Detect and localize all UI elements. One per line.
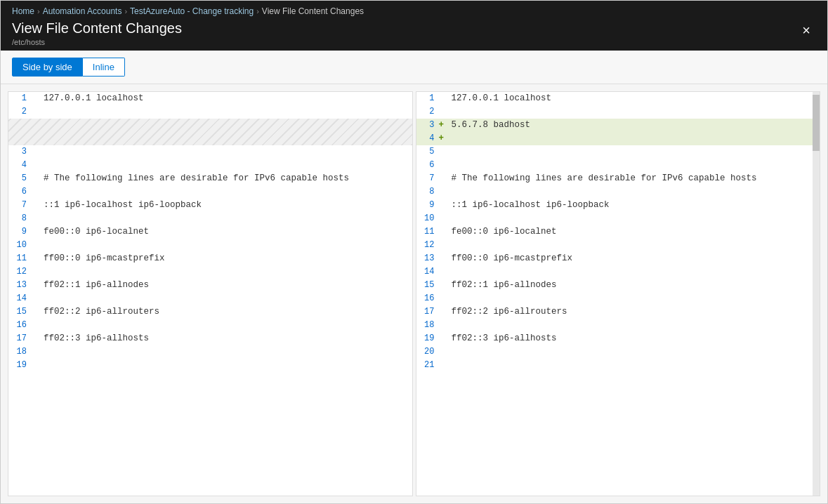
line-content bbox=[449, 159, 452, 172]
line-number bbox=[8, 119, 31, 145]
line-marker bbox=[31, 319, 41, 332]
left-line-row: 4 bbox=[8, 159, 412, 172]
line-number: 9 bbox=[416, 199, 439, 212]
right-line-row: 5 bbox=[416, 145, 813, 159]
line-content bbox=[41, 319, 44, 332]
line-marker bbox=[439, 239, 449, 252]
line-content bbox=[41, 359, 44, 372]
right-scrollbar[interactable] bbox=[813, 92, 820, 496]
line-marker bbox=[31, 105, 41, 119]
tab-side-by-side[interactable]: Side by side bbox=[12, 58, 83, 77]
view-mode-toolbar: Side by side Inline bbox=[1, 51, 827, 84]
line-marker: + bbox=[439, 132, 449, 145]
line-number: 16 bbox=[8, 319, 31, 332]
line-number: 18 bbox=[8, 345, 31, 359]
line-marker bbox=[439, 145, 449, 159]
line-content bbox=[449, 319, 452, 332]
modal-header: Home › Automation Accounts › TestAzureAu… bbox=[1, 1, 827, 51]
line-number: 3 bbox=[8, 145, 31, 159]
line-marker bbox=[439, 172, 449, 185]
line-content bbox=[41, 159, 44, 172]
line-marker: + bbox=[439, 119, 449, 132]
breadcrumb-sep-3: › bbox=[256, 7, 259, 15]
line-content bbox=[449, 185, 452, 199]
line-content: 5.6.7.8 badhost bbox=[449, 119, 531, 132]
left-line-row: 1127.0.0.1 localhost bbox=[8, 92, 412, 105]
modal-title-row: View File Content Changes /etc/hosts × bbox=[12, 20, 816, 46]
line-content: fe00::0 ip6-localnet bbox=[41, 225, 149, 239]
line-content: fe00::0 ip6-localnet bbox=[449, 225, 557, 239]
left-line-row: 10 bbox=[8, 239, 412, 252]
line-marker bbox=[31, 159, 41, 172]
right-line-row: 12 bbox=[416, 239, 813, 252]
line-content: # The following lines are desirable for … bbox=[41, 172, 349, 185]
line-number: 11 bbox=[8, 252, 31, 265]
left-line-row: 18 bbox=[8, 345, 412, 359]
line-marker bbox=[31, 252, 41, 265]
line-marker bbox=[31, 199, 41, 212]
right-diff-pane-wrapper: 1127.0.0.1 localhost23+5.6.7.8 badhost4+… bbox=[416, 91, 821, 496]
line-content bbox=[449, 145, 452, 159]
line-content: ::1 ip6-localhost ip6-loopback bbox=[41, 199, 202, 212]
line-marker bbox=[31, 185, 41, 199]
line-number: 11 bbox=[416, 225, 439, 239]
line-number: 16 bbox=[416, 292, 439, 305]
close-button[interactable]: × bbox=[796, 20, 816, 40]
right-diff-pane[interactable]: 1127.0.0.1 localhost23+5.6.7.8 badhost4+… bbox=[416, 92, 813, 496]
line-content bbox=[449, 359, 452, 372]
line-content bbox=[449, 345, 452, 359]
tab-inline[interactable]: Inline bbox=[83, 58, 125, 77]
line-marker bbox=[439, 345, 449, 359]
line-content: ff02::2 ip6-allrouters bbox=[41, 305, 159, 319]
line-marker bbox=[31, 359, 41, 372]
line-content bbox=[41, 212, 44, 225]
line-number: 15 bbox=[416, 279, 439, 292]
right-line-row: 20 bbox=[416, 345, 813, 359]
line-number: 18 bbox=[416, 319, 439, 332]
line-marker bbox=[31, 225, 41, 239]
line-number: 1 bbox=[8, 92, 31, 105]
line-number: 2 bbox=[416, 105, 439, 119]
line-content bbox=[41, 145, 44, 159]
left-diff-pane[interactable]: 1127.0.0.1 localhost2 345# The following… bbox=[8, 92, 412, 496]
line-marker bbox=[31, 92, 41, 105]
line-number: 6 bbox=[416, 159, 439, 172]
line-marker bbox=[31, 172, 41, 185]
right-line-row: 6 bbox=[416, 159, 813, 172]
line-content bbox=[41, 265, 44, 279]
right-line-row: 1127.0.0.1 localhost bbox=[416, 92, 813, 105]
breadcrumb-change-tracking[interactable]: TestAzureAuto - Change tracking bbox=[130, 6, 254, 16]
line-number: 17 bbox=[416, 305, 439, 319]
left-line-row: 14 bbox=[8, 292, 412, 305]
line-marker bbox=[439, 159, 449, 172]
line-marker bbox=[439, 105, 449, 119]
line-content: ff02::1 ip6-allnodes bbox=[41, 279, 149, 292]
line-marker bbox=[439, 265, 449, 279]
left-line-row: 12 bbox=[8, 265, 412, 279]
line-number: 3 bbox=[416, 119, 439, 132]
line-content: ff02::3 ip6-allhosts bbox=[41, 332, 149, 345]
line-content bbox=[41, 105, 44, 119]
right-line-row: 9::1 ip6-localhost ip6-loopback bbox=[416, 199, 813, 212]
line-marker bbox=[439, 305, 449, 319]
line-marker bbox=[439, 252, 449, 265]
right-line-row: 19ff02::3 ip6-allhosts bbox=[416, 332, 813, 345]
line-number: 4 bbox=[8, 159, 31, 172]
line-content: ::1 ip6-localhost ip6-loopback bbox=[449, 199, 610, 212]
line-marker bbox=[439, 332, 449, 345]
line-marker bbox=[31, 332, 41, 345]
line-number: 8 bbox=[416, 185, 439, 199]
left-line-row: 19 bbox=[8, 359, 412, 372]
right-line-row: 18 bbox=[416, 319, 813, 332]
right-line-row: 15ff02::1 ip6-allnodes bbox=[416, 279, 813, 292]
line-marker bbox=[31, 305, 41, 319]
breadcrumb-home[interactable]: Home bbox=[12, 6, 34, 16]
breadcrumb-automation-accounts[interactable]: Automation Accounts bbox=[43, 6, 122, 16]
line-number: 20 bbox=[416, 345, 439, 359]
left-line-row: 3 bbox=[8, 145, 412, 159]
line-marker bbox=[439, 185, 449, 199]
right-line-row: 17ff02::2 ip6-allrouters bbox=[416, 305, 813, 319]
modal-title: View File Content Changes bbox=[12, 20, 182, 37]
line-number: 19 bbox=[8, 359, 31, 372]
right-line-row: 14 bbox=[416, 265, 813, 279]
